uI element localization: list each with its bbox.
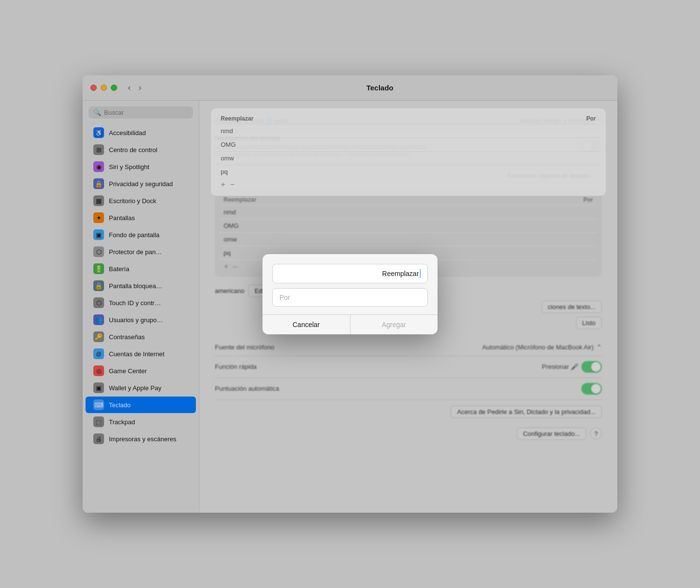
dialog-body: Reemplazar Por — [262, 254, 438, 307]
agregar-button[interactable]: Agregar — [350, 315, 438, 334]
dialog-reemplazar-field[interactable]: Reemplazar — [272, 264, 428, 283]
dialog-reemplazar-input[interactable] — [280, 270, 382, 277]
bg-row-2-from: omw — [221, 155, 234, 162]
cancelar-button[interactable]: Cancelar — [262, 315, 350, 334]
bg-remove-icon: − — [230, 180, 234, 189]
bg-reemplazar-header: Reemplazar — [221, 115, 253, 122]
add-replacement-dialog: Reemplazar Por Cancelar Agregar — [262, 254, 438, 334]
bg-row-0-from: nmd — [221, 127, 233, 135]
bg-add-icon: + — [221, 180, 225, 189]
bg-row-1-from: OMG — [221, 141, 236, 148]
dialog-reemplazar-label: Reemplazar — [382, 270, 419, 277]
modal-overlay: Reemplazar Por nmd OMG omw pq + − — [83, 75, 617, 513]
bg-replacement-panel: Reemplazar Por nmd OMG omw pq + − — [211, 108, 606, 196]
bg-row-3-from: pq — [221, 168, 228, 175]
system-preferences-window: ‹ › Teclado 🔍 ♿ Accesibilidad ⊞ Centro d… — [83, 75, 617, 513]
bg-por-header: Por — [586, 115, 596, 122]
dialog-buttons: Cancelar Agregar — [262, 314, 438, 334]
cursor-indicator — [420, 269, 420, 278]
dialog-por-label: Por — [280, 294, 290, 301]
dialog-por-field[interactable]: Por — [272, 288, 428, 307]
